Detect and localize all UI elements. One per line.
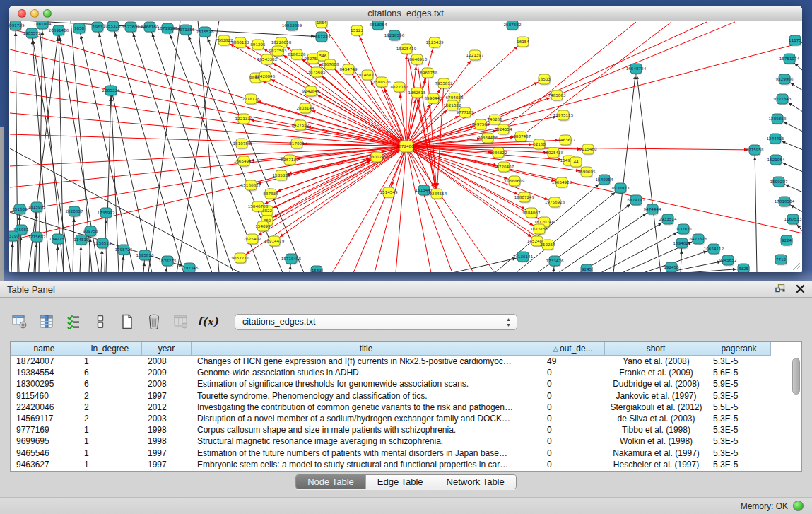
- svg-text:18807249: 18807249: [514, 195, 535, 199]
- svg-text:114519: 114519: [73, 238, 89, 242]
- cell-short: Dudbridge et al. (2008): [605, 378, 707, 390]
- delete-column-icon[interactable]: [171, 312, 191, 332]
- svg-text:1221397: 1221397: [466, 53, 484, 57]
- cell-pagerank: 5.3E-5: [707, 448, 771, 459]
- cell-name: 9777169: [11, 424, 78, 436]
- svg-text:1733426: 1733426: [546, 259, 564, 263]
- table-row[interactable]: 1830029562008Estimation of significance …: [11, 378, 801, 390]
- svg-text:9245652: 9245652: [719, 258, 737, 262]
- float-window-icon[interactable]: [775, 284, 786, 293]
- svg-text:10654112: 10654112: [704, 247, 724, 251]
- svg-text:1588520: 1588520: [373, 80, 391, 84]
- cell-title: Disruption of a novel member of a sodium…: [192, 413, 541, 424]
- svg-text:19218596: 19218596: [384, 33, 405, 37]
- svg-text:15046768: 15046768: [248, 204, 269, 209]
- table-row[interactable]: 977716911998Corpus callosum shape and si…: [11, 424, 801, 436]
- column-header-pagerank[interactable]: pagerank: [707, 342, 771, 356]
- svg-text:1810755: 1810755: [233, 141, 251, 146]
- show-columns-icon[interactable]: [37, 312, 57, 332]
- delete-table-icon[interactable]: [144, 312, 164, 332]
- table-row[interactable]: 1938455462009Genome-wide association stu…: [11, 367, 801, 378]
- table-row[interactable]: 969969511998Structural magnetic resonanc…: [11, 436, 801, 447]
- network-canvas[interactable]: 1691739190557218618042069140610581963105…: [9, 21, 802, 272]
- svg-text:1694622: 1694622: [673, 241, 691, 245]
- svg-text:15123: 15123: [351, 28, 363, 33]
- table-row[interactable]: 1872400712008Changes of HCN gene express…: [11, 356, 801, 367]
- memory-status-label: Memory: OK: [741, 501, 788, 511]
- column-header-in_degree[interactable]: in_degree: [78, 342, 142, 356]
- svg-text:8938923: 8938923: [612, 186, 630, 190]
- new-table-icon[interactable]: [117, 312, 137, 332]
- svg-text:8267130: 8267130: [281, 158, 299, 162]
- table-row[interactable]: 2242004622012Investigating the contribut…: [11, 402, 801, 413]
- svg-text:18503: 18503: [538, 77, 551, 81]
- svg-text:16120746: 16120746: [534, 220, 555, 224]
- tab-edge-table[interactable]: Edge Table: [366, 475, 435, 489]
- cell-short: Nakamura et al. (1997): [605, 448, 707, 459]
- window-titlebar[interactable]: citations_edges.txt: [9, 6, 802, 21]
- svg-text:19654923: 19654923: [552, 180, 572, 185]
- svg-text:18300295: 18300295: [367, 155, 387, 159]
- cell-year: 1998: [142, 424, 192, 436]
- table-row[interactable]: 1456911722003Disruption of a novel membe…: [11, 413, 801, 424]
- column-header-name[interactable]: name: [11, 342, 78, 356]
- close-icon[interactable]: [796, 284, 805, 293]
- svg-text:1215682: 1215682: [28, 235, 46, 239]
- table-select-combobox[interactable]: citations_edges.txt ▲▼: [235, 314, 517, 330]
- select-attributes-icon[interactable]: [64, 312, 83, 332]
- tab-node-table[interactable]: Node Table: [296, 475, 366, 489]
- svg-text:9245: 9245: [582, 267, 592, 271]
- column-header-title[interactable]: title: [192, 342, 541, 356]
- table-row[interactable]: 911546021997Tourette syndrome. Phenomeno…: [11, 390, 801, 402]
- cell-name: 18300295: [11, 378, 78, 390]
- svg-text:16648784: 16648784: [626, 66, 647, 71]
- cell-out_de: 0: [541, 436, 605, 447]
- cell-in_degree: 1: [78, 356, 142, 367]
- window-resize-grip[interactable]: [791, 261, 801, 271]
- cell-in_degree: 1: [78, 448, 142, 459]
- cell-in_degree: 2: [78, 402, 142, 413]
- svg-text:11175: 11175: [789, 38, 801, 42]
- cell-out_de: 49: [541, 356, 605, 367]
- cell-title: Tourette syndrome. Phenomenology and cla…: [192, 390, 541, 402]
- vertical-scrollbar[interactable]: [792, 358, 800, 395]
- svg-text:8813054: 8813054: [370, 23, 387, 27]
- table-row[interactable]: 946554611997Estimation of the future num…: [11, 448, 801, 459]
- svg-text:891295: 891295: [250, 42, 266, 47]
- svg-text:16914479: 16914479: [264, 239, 285, 243]
- table-row[interactable]: 946362711997Embryonic stem cells: a mode…: [11, 459, 801, 470]
- function-builder-icon[interactable]: f(x): [198, 312, 218, 332]
- column-header-short[interactable]: short: [605, 342, 707, 356]
- svg-text:10553287: 10553287: [103, 24, 124, 28]
- svg-text:12975115: 12975115: [553, 113, 574, 117]
- svg-text:252254: 252254: [540, 243, 555, 247]
- svg-text:8822037: 8822037: [391, 85, 408, 89]
- status-bar: Memory: OK: [0, 497, 812, 514]
- citation-network-graph[interactable]: 1691739190557218618042069140610581963105…: [9, 21, 802, 272]
- merge-tables-icon[interactable]: [90, 312, 110, 332]
- svg-text:817004: 817004: [289, 141, 305, 146]
- cell-title: Changes of HCN gene expression and I(f) …: [192, 356, 541, 367]
- combobox-value: citations_edges.txt: [242, 317, 316, 327]
- memory-status-icon[interactable]: [793, 501, 804, 511]
- tab-network-table[interactable]: Network Table: [435, 475, 516, 489]
- desktop-edge-strip: [0, 127, 4, 281]
- table-options-icon[interactable]: [10, 312, 30, 332]
- table-panel: Table Panel: [0, 281, 812, 514]
- svg-text:1362615: 1362615: [408, 90, 426, 95]
- svg-text:18325419: 18325419: [396, 47, 417, 51]
- cell-name: 9699695: [11, 436, 78, 447]
- column-header-year[interactable]: year: [142, 342, 192, 356]
- svg-text:20364486: 20364486: [478, 136, 498, 140]
- combobox-arrows-icon: ▲▼: [506, 317, 511, 328]
- svg-text:1854: 1854: [317, 21, 327, 25]
- svg-text:8860123: 8860123: [232, 40, 249, 45]
- column-header-out_de[interactable]: △out_de...: [541, 342, 605, 356]
- cell-pagerank: 5.3E-5: [707, 413, 771, 424]
- svg-text:8990443: 8990443: [425, 96, 442, 100]
- svg-text:909758: 909758: [83, 229, 98, 233]
- cell-out_de: 0: [541, 367, 605, 378]
- cell-year: 1997: [142, 390, 192, 402]
- svg-text:10688609: 10688609: [505, 179, 525, 183]
- cell-title: Investigating the contribution of common…: [192, 402, 541, 413]
